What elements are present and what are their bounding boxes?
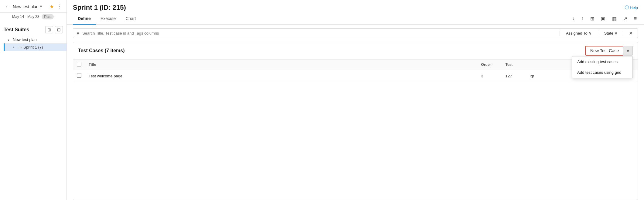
favorite-icon[interactable]: ★ (49, 4, 54, 9)
assigned-to-chevron-icon: ∨ (589, 31, 592, 36)
separator (560, 31, 560, 36)
date-range-row: May 14 - May 28 Past (0, 13, 66, 22)
row-order: 3 (478, 70, 502, 82)
add-test-cases-grid-item[interactable]: Add test cases using grid (572, 67, 632, 78)
past-badge: Past (42, 14, 54, 19)
root-chevron-icon: ∨ (7, 38, 12, 41)
state-filter[interactable]: State ∨ (602, 31, 620, 36)
plan-chevron-icon: ∨ (40, 5, 42, 8)
search-input[interactable] (82, 31, 556, 36)
plan-selector[interactable]: New test plan ∨ (13, 4, 48, 9)
sidebar-header: ← New test plan ∨ ★ ⋮ (0, 0, 66, 13)
suite-actions: ⊞ ⊟ (45, 26, 63, 33)
plan-name: New test plan (13, 4, 39, 9)
tree-root: ∨ New test plan › ▭ Sprint 1 (7) (0, 36, 66, 51)
test-cases-section: Test Cases (7 items) New Test Case ∨ Add… (73, 42, 638, 200)
sprint-label: Sprint 1 (7) (23, 45, 43, 49)
tab-toolbar: ↓ ↑ ⊞ ▣ ▥ ↗ ≡ (571, 15, 638, 23)
row-checkbox-cell (73, 70, 85, 82)
add-suite-button[interactable]: ⊞ (45, 26, 53, 33)
row-test-id: 127 (502, 70, 526, 82)
state-label: State (604, 31, 613, 36)
assigned-to-filter[interactable]: Assigned To ∨ (564, 31, 594, 36)
dropdown-chevron-icon: ∨ (626, 48, 629, 53)
th-order: Order (478, 59, 502, 70)
new-test-case-dropdown-menu: Add existing test cases Add test cases u… (572, 56, 633, 78)
test-cases-title: Test Cases (7 items) (78, 48, 125, 53)
download-icon[interactable]: ↓ (571, 15, 576, 22)
tab-chart[interactable]: Chart (121, 13, 141, 25)
help-icon: ⓘ (625, 5, 629, 10)
sprint-title: Sprint 1 (ID: 215) (73, 4, 126, 12)
tabs: Define Execute Chart (73, 13, 141, 24)
sprint-chevron-icon: › (13, 46, 17, 49)
help-label: Help (630, 5, 638, 10)
sidebar: ← New test plan ∨ ★ ⋮ May 14 - May 28 Pa… (0, 0, 67, 200)
assigned-to-label: Assigned To (566, 31, 588, 36)
row-title: Test welcome page (85, 70, 478, 82)
filter-list-icon[interactable]: ≡ (633, 15, 638, 22)
main-content: Sprint 1 (ID: 215) ⓘ Help Define Execute… (67, 0, 644, 200)
th-test: Test (502, 59, 526, 70)
th-title: Title (85, 59, 478, 70)
root-plan-label: New test plan (13, 37, 37, 42)
tabs-bar: Define Execute Chart ↓ ↑ ⊞ ▣ ▥ ↗ ≡ (67, 13, 644, 25)
filter-icon: ≡ (77, 31, 79, 36)
table-row: Test welcome page 3 127 igr (73, 70, 638, 82)
table-header-row: Title Order Test (73, 59, 638, 70)
sidebar-item-root-plan[interactable]: ∨ New test plan (4, 36, 66, 43)
add-existing-test-cases-item[interactable]: Add existing test cases (572, 56, 632, 67)
separator3 (624, 31, 624, 36)
split-view-icon[interactable]: ▣ (600, 15, 607, 23)
remove-suite-button[interactable]: ⊟ (55, 26, 63, 33)
select-all-checkbox[interactable] (77, 62, 81, 66)
new-test-case-button[interactable]: New Test Case (585, 46, 623, 56)
th-checkbox (73, 59, 85, 70)
row-checkbox[interactable] (77, 73, 81, 78)
new-test-case-dropdown-toggle[interactable]: ∨ (623, 46, 633, 56)
sidebar-item-sprint1[interactable]: › ▭ Sprint 1 (7) (4, 43, 66, 51)
test-cases-table: Title Order Test Test welcome page 3 127… (73, 59, 638, 82)
state-chevron-icon: ∨ (615, 31, 618, 36)
back-button[interactable]: ← (4, 3, 11, 10)
separator2 (598, 31, 598, 36)
search-bar: ≡ Assigned To ∨ State ∨ ✕ (73, 28, 638, 38)
top-bar: Sprint 1 (ID: 215) ⓘ Help (67, 0, 644, 12)
column-options-icon[interactable]: ▥ (611, 15, 618, 23)
new-test-case-button-group: New Test Case ∨ Add existing test cases … (585, 46, 633, 56)
grid-icon[interactable]: ⊞ (589, 15, 595, 23)
date-range: May 14 - May 28 (12, 15, 39, 19)
test-suites-title: Test Suites (4, 27, 29, 32)
expand-icon[interactable]: ↗ (622, 15, 629, 23)
folder-icon: ▭ (19, 45, 22, 49)
upload-icon[interactable]: ↑ (580, 15, 585, 22)
tab-define[interactable]: Define (73, 13, 96, 25)
test-suites-header: Test Suites ⊞ ⊟ (0, 22, 66, 36)
tab-execute[interactable]: Execute (96, 13, 121, 25)
search-close-button[interactable]: ✕ (628, 30, 634, 36)
help-link[interactable]: ⓘ Help (625, 5, 638, 10)
test-cases-header: Test Cases (7 items) New Test Case ∨ Add… (73, 42, 638, 59)
more-options-icon[interactable]: ⋮ (56, 3, 63, 10)
